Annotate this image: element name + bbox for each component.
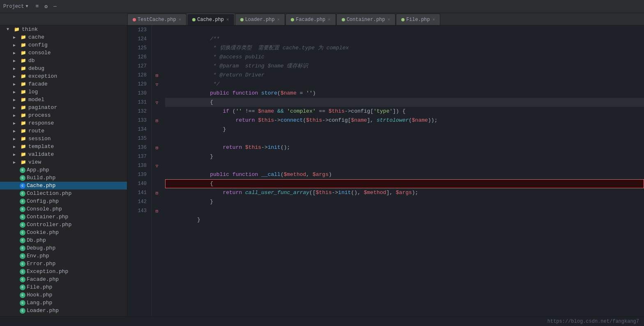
close-icon[interactable]: × [432,17,435,22]
sidebar-item-validate[interactable]: ▶ 📁 validate [0,150,127,158]
code-line[interactable]: * 切换缓存类型 需要配置 cache.type 为 complex [165,35,644,44]
fold-icon[interactable]: ⊟ [156,118,159,123]
close-icon[interactable]: × [226,17,229,22]
sidebar-item-console[interactable]: ▶ 📁 console [0,49,127,57]
code-line[interactable] [165,125,644,134]
sidebar-item-hook[interactable]: C Hook.php [0,291,127,299]
sidebar-item-view[interactable]: ▶ 📁 view [0,158,127,166]
code-text: ->config[ [322,117,351,123]
tab-file[interactable]: File.php × [396,14,440,25]
sidebar: ▼ 📁 think ▶ 📁 cache ▶ 📁 config ▶ 📁 conso… [0,25,127,316]
sidebar-item-collection[interactable]: C Collection.php [0,190,127,197]
gutter-cell [152,125,162,134]
sidebar-item-label: cache [28,34,44,40]
sidebar-item-process[interactable]: ▶ 📁 process [0,111,127,119]
close-icon[interactable]: × [388,17,391,22]
folder-icon: 📁 [20,42,27,48]
arrow-icon[interactable]: ▽ [156,82,159,87]
sidebar-item-lang[interactable]: C Lang.php [0,299,127,307]
code-line-boxed[interactable]: return call_user_func_array([$this->init… [165,179,644,188]
fold-icon[interactable]: ⊟ [156,73,159,78]
tab-loader[interactable]: Loader.php × [235,14,285,25]
tab-testcache[interactable]: TestCache.php × [127,14,186,25]
sidebar-item-controller[interactable]: C Controller.php [0,221,127,229]
code-line-highlighted[interactable]: if ('' !== $name && 'complex' == $this->… [165,98,644,107]
php-file-icon: C [20,308,25,314]
sidebar-item-console-file[interactable]: C Console.php [0,205,127,213]
code-line[interactable] [165,197,644,206]
close-icon[interactable]: × [277,17,280,22]
gear-icon[interactable]: ⚙ [43,2,49,11]
code-lines: /** * 切换缓存类型 需要配置 cache.type 为 complex *… [162,25,644,316]
line-number: 129 [132,80,147,89]
code-line[interactable] [165,152,644,161]
code-text: ( [229,108,236,114]
fold-icon[interactable]: ⊟ [156,145,159,150]
sidebar-item-session[interactable]: ▶ 📁 session [0,135,127,143]
arrow-icon[interactable]: ▽ [156,100,159,105]
code-text [242,144,245,150]
sidebar-item-app[interactable]: C App.php [0,166,127,174]
sidebar-item-cookie[interactable]: C Cookie.php [0,229,127,236]
close-icon[interactable]: × [179,17,182,22]
code-line[interactable]: public function store($name = '') [165,80,644,89]
sidebar-item-label: Config.php [27,198,59,204]
close-icon[interactable]: × [328,17,331,22]
arrow-icon[interactable]: ▽ [156,163,159,169]
sidebar-item-response[interactable]: ▶ 📁 response [0,119,127,127]
keyword: function [232,171,258,178]
sidebar-item-model[interactable]: ▶ 📁 model [0,96,127,104]
folder-arrow-icon: ▶ [13,74,20,79]
sidebar-item-build[interactable]: C Build.php [0,174,127,182]
code-text: { [197,99,213,105]
tab-cache[interactable]: Cache.php × [187,14,234,25]
sidebar-item-label: Error.php [27,261,55,267]
parameter: $method [284,171,306,178]
sidebar-item-cache-file[interactable]: C Cache.php [0,182,127,190]
chevron-down-icon[interactable]: ▼ [25,4,28,9]
code-line[interactable]: /** [165,25,644,35]
layout-icon[interactable]: ≡ [34,2,40,10]
sidebar-item-facade[interactable]: ▶ 📁 facade [0,80,127,88]
tab-container[interactable]: Container.php × [336,14,396,25]
sidebar-item-template[interactable]: ▶ 📁 template [0,143,127,150]
fold-icon[interactable]: ⊟ [156,190,159,196]
sidebar-item-config[interactable]: ▶ 📁 config [0,41,127,49]
code-text: ([ [309,190,316,196]
code-text: } [197,199,213,205]
sidebar-item-env[interactable]: C Env.php [0,252,127,260]
function-name: call_user_func_array [245,190,309,196]
sidebar-item-facade-file[interactable]: C Facade.php [0,275,127,283]
sidebar-item-db[interactable]: ▶ 📁 db [0,57,127,65]
sidebar-item-container-file[interactable]: C Container.php [0,213,127,221]
sidebar-item-error[interactable]: C Error.php [0,260,127,268]
sidebar-item-file[interactable]: C File.php [0,283,127,291]
sidebar-item-config-file[interactable]: C Config.php [0,197,127,205]
sidebar-item-loader[interactable]: C Loader.php [0,307,127,314]
php-file-icon: C [20,253,25,259]
sidebar-item-cache[interactable]: ▶ 📁 cache [0,33,127,41]
gutter-cell [152,35,162,44]
folder-arrow-icon: ▶ [13,90,20,95]
code-line[interactable]: return $this->init(); [165,134,644,143]
fold-icon[interactable]: ⊟ [156,208,159,214]
code-line[interactable]: } [165,206,644,215]
sidebar-item-db-file[interactable]: C Db.php [0,236,127,244]
minimize-icon[interactable]: — [52,2,58,10]
sidebar-item-exception-file[interactable]: C Exception.php [0,268,127,275]
code-line[interactable]: public function __call($method, $args) [165,161,644,170]
code-editor[interactable]: 123 124 125 126 127 128 129 130 131 132 … [127,25,644,316]
code-text: } [197,153,213,160]
code-text [274,108,277,114]
sidebar-root-think[interactable]: ▼ 📁 think [0,25,127,33]
code-text [197,190,223,196]
gutter-cell: ⊟ [152,206,162,215]
sidebar-item-debug[interactable]: ▶ 📁 debug [0,65,127,72]
sidebar-item-debug-file[interactable]: C Debug.php [0,244,127,252]
sidebar-item-route[interactable]: ▶ 📁 route [0,127,127,135]
sidebar-item-log[interactable]: ▶ 📁 log [0,88,127,96]
tab-facade[interactable]: Facade.php × [285,14,336,25]
sidebar-item-exception[interactable]: ▶ 📁 exception [0,72,127,80]
sidebar-item-paginator[interactable]: ▶ 📁 paginator [0,104,127,111]
folder-arrow-icon: ▶ [13,121,20,126]
